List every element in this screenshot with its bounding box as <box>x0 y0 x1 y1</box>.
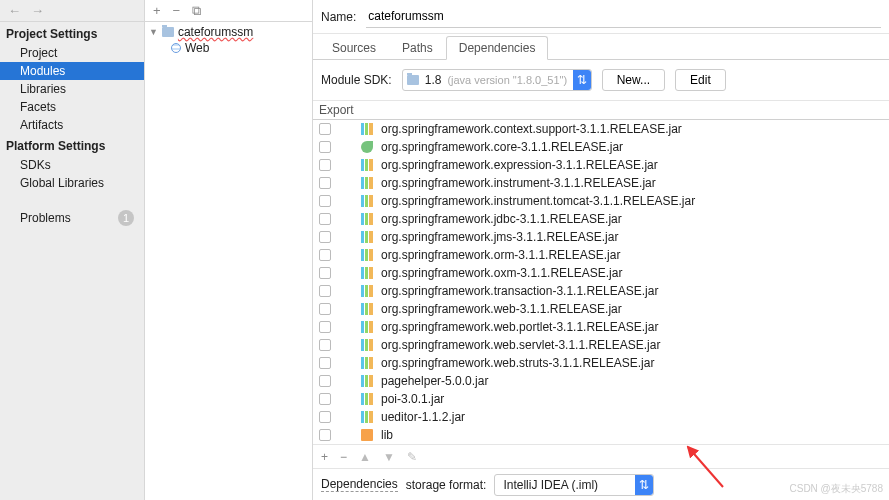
nav-item-project[interactable]: Project <box>0 44 144 62</box>
export-checkbox[interactable] <box>319 141 331 153</box>
module-name-input[interactable] <box>366 6 881 28</box>
export-checkbox[interactable] <box>319 303 331 315</box>
dependency-row[interactable]: org.springframework.core-3.1.1.RELEASE.j… <box>313 138 889 156</box>
dependency-row[interactable]: org.springframework.web-3.1.1.RELEASE.ja… <box>313 300 889 318</box>
dependency-row[interactable]: org.springframework.expression-3.1.1.REL… <box>313 156 889 174</box>
add-icon[interactable]: + <box>153 3 161 18</box>
tab-paths[interactable]: Paths <box>389 36 446 60</box>
dependency-row[interactable]: org.springframework.instrument.tomcat-3.… <box>313 192 889 210</box>
export-checkbox[interactable] <box>319 375 331 387</box>
module-tabs: SourcesPathsDependencies <box>313 34 889 60</box>
export-checkbox[interactable] <box>319 267 331 279</box>
leaf-icon <box>361 141 373 153</box>
nav-item-modules[interactable]: Modules <box>0 62 144 80</box>
dependency-row[interactable]: lib <box>313 426 889 444</box>
problems-count-badge: 1 <box>118 210 134 226</box>
dependency-row[interactable]: org.springframework.transaction-3.1.1.RE… <box>313 282 889 300</box>
sdk-subtitle: (java version "1.8.0_51") <box>447 74 567 86</box>
sdk-icon <box>407 75 419 85</box>
disclose-icon[interactable]: ▼ <box>149 27 158 37</box>
export-checkbox[interactable] <box>319 159 331 171</box>
dependency-row[interactable]: org.springframework.web.struts-3.1.1.REL… <box>313 354 889 372</box>
folder-icon <box>361 429 373 441</box>
dependency-row[interactable]: org.springframework.oxm-3.1.1.RELEASE.ja… <box>313 264 889 282</box>
nav-item-facets[interactable]: Facets <box>0 98 144 116</box>
books-icon <box>361 303 373 315</box>
module-tree-pane: + − ⧉ ▼ cateforumssm Web <box>145 0 313 500</box>
export-checkbox[interactable] <box>319 339 331 351</box>
dependency-row[interactable]: org.springframework.instrument-3.1.1.REL… <box>313 174 889 192</box>
export-checkbox[interactable] <box>319 195 331 207</box>
left-settings-pane: ← → Project Settings ProjectModulesLibra… <box>0 0 145 500</box>
dependency-row[interactable]: org.springframework.context.support-3.1.… <box>313 120 889 138</box>
sdk-new-button[interactable]: New... <box>602 69 665 91</box>
export-checkbox[interactable] <box>319 411 331 423</box>
export-checkbox[interactable] <box>319 393 331 405</box>
dependency-name: pagehelper-5.0.0.jar <box>381 374 488 388</box>
nav-item-sdks[interactable]: SDKs <box>0 156 144 174</box>
dependency-row[interactable]: org.springframework.web.servlet-3.1.1.RE… <box>313 336 889 354</box>
books-icon <box>361 249 373 261</box>
export-checkbox[interactable] <box>319 177 331 189</box>
dependency-row[interactable]: org.springframework.orm-3.1.1.RELEASE.ja… <box>313 246 889 264</box>
module-tree-child-web[interactable]: Web <box>145 40 312 56</box>
remove-icon[interactable]: − <box>173 3 181 18</box>
name-label: Name: <box>321 10 356 24</box>
edit-dep-icon[interactable]: ✎ <box>407 450 417 464</box>
nav-item-artifacts[interactable]: Artifacts <box>0 116 144 134</box>
move-up-icon[interactable]: ▲ <box>359 450 371 464</box>
books-icon <box>361 213 373 225</box>
export-checkbox[interactable] <box>319 429 331 441</box>
dependency-name: ueditor-1.1.2.jar <box>381 410 465 424</box>
module-sdk-select[interactable]: 1.8 (java version "1.8.0_51") ⇅ <box>402 69 592 91</box>
add-dep-icon[interactable]: + <box>321 450 328 464</box>
dependency-row[interactable]: org.springframework.jms-3.1.1.RELEASE.ja… <box>313 228 889 246</box>
dependencies-list[interactable]: org.springframework.context.support-3.1.… <box>313 120 889 444</box>
module-tree-root[interactable]: ▼ cateforumssm <box>145 24 312 40</box>
export-checkbox[interactable] <box>319 321 331 333</box>
copy-icon[interactable]: ⧉ <box>192 3 201 19</box>
dependency-name: lib <box>381 428 393 442</box>
dependency-name: org.springframework.web.servlet-3.1.1.RE… <box>381 338 660 352</box>
chevron-updown-icon[interactable]: ⇅ <box>635 475 653 495</box>
back-icon[interactable]: ← <box>8 3 21 18</box>
dependency-name: org.springframework.orm-3.1.1.RELEASE.ja… <box>381 248 620 262</box>
dependency-row[interactable]: poi-3.0.1.jar <box>313 390 889 408</box>
export-checkbox[interactable] <box>319 285 331 297</box>
dependency-name: org.springframework.instrument.tomcat-3.… <box>381 194 695 208</box>
export-checkbox[interactable] <box>319 231 331 243</box>
module-name: cateforumssm <box>178 25 253 39</box>
books-icon <box>361 321 373 333</box>
dependency-name: org.springframework.web-3.1.1.RELEASE.ja… <box>381 302 622 316</box>
storage-format-value: IntelliJ IDEA (.iml) <box>503 478 598 492</box>
chevron-updown-icon[interactable]: ⇅ <box>573 70 591 90</box>
problems-label: Problems <box>20 211 71 225</box>
tab-sources[interactable]: Sources <box>319 36 389 60</box>
storage-format-select[interactable]: IntelliJ IDEA (.iml) ⇅ <box>494 474 654 496</box>
books-icon <box>361 285 373 297</box>
sdk-edit-button[interactable]: Edit <box>675 69 726 91</box>
nav-history: ← → <box>0 0 144 22</box>
dependency-name: org.springframework.core-3.1.1.RELEASE.j… <box>381 140 623 154</box>
export-checkbox[interactable] <box>319 249 331 261</box>
storage-label-1: Dependencies <box>321 477 398 492</box>
dependency-name: org.springframework.jms-3.1.1.RELEASE.ja… <box>381 230 618 244</box>
dependency-name: poi-3.0.1.jar <box>381 392 444 406</box>
books-icon <box>361 339 373 351</box>
export-checkbox[interactable] <box>319 213 331 225</box>
dependency-row[interactable]: org.springframework.jdbc-3.1.1.RELEASE.j… <box>313 210 889 228</box>
remove-dep-icon[interactable]: − <box>340 450 347 464</box>
nav-item-global-libraries[interactable]: Global Libraries <box>0 174 144 192</box>
export-checkbox[interactable] <box>319 123 331 135</box>
problems-item[interactable]: Problems 1 <box>0 208 144 228</box>
dependency-row[interactable]: pagehelper-5.0.0.jar <box>313 372 889 390</box>
dependency-row[interactable]: org.springframework.web.portlet-3.1.1.RE… <box>313 318 889 336</box>
move-down-icon[interactable]: ▼ <box>383 450 395 464</box>
tab-dependencies[interactable]: Dependencies <box>446 36 549 60</box>
module-sdk-label: Module SDK: <box>321 73 392 87</box>
dependency-row[interactable]: ueditor-1.1.2.jar <box>313 408 889 426</box>
export-checkbox[interactable] <box>319 357 331 369</box>
nav-item-libraries[interactable]: Libraries <box>0 80 144 98</box>
forward-icon[interactable]: → <box>31 3 44 18</box>
watermark: CSDN @夜未央5788 <box>789 482 883 496</box>
